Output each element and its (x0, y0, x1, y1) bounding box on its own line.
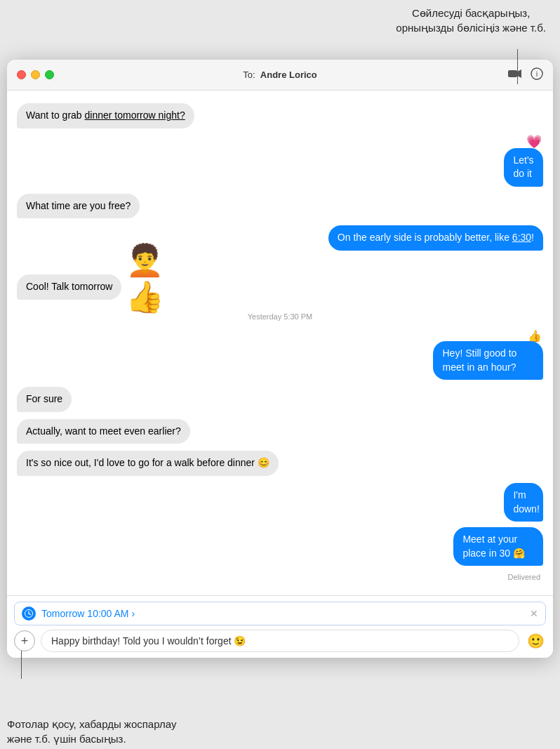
underlined-text: dinner tomorrow night? (85, 110, 185, 121)
message-row: For sure (17, 387, 543, 412)
message-bubble: It's so nice out, I'd love to go for a w… (17, 451, 279, 476)
time-link: 6:30 (512, 232, 531, 243)
contact-name: Andre Lorico (260, 69, 317, 80)
message-bubble: I'm down! (504, 483, 543, 522)
message-row: Actually, want to meet even earlier? (17, 419, 543, 444)
message-bubble: On the early side is probably better, li… (328, 225, 543, 251)
fullscreen-button[interactable] (45, 70, 54, 79)
info-icon[interactable]: i (531, 67, 543, 83)
messages-window: To: Andre Lorico i Want to grab din (7, 60, 553, 658)
emoji-icon: 🙂 (527, 632, 545, 649)
titlebar: To: Andre Lorico i (7, 60, 553, 91)
message-bubble: Meet at your place in 30 🤗 (453, 527, 543, 566)
close-button[interactable] (17, 70, 26, 79)
svg-text:i: i (536, 69, 538, 78)
heart-reaction: 💗 (526, 134, 542, 150)
emoji-button[interactable]: 🙂 (525, 630, 546, 651)
message-bubble: Cool! Talk tomorrow (17, 274, 121, 300)
message-row-memoji: Cool! Talk tomorrow 🧑‍🦱👍 (17, 258, 543, 300)
message-row: Meet at your place in 30 🤗 (406, 527, 543, 566)
memoji-sticker: 🧑‍🦱👍 (126, 258, 168, 300)
add-icon: + (21, 634, 29, 649)
traffic-lights (17, 70, 54, 79)
annotation-bottom: Фотолар қосу, хабарды жоспарлау және т.б… (7, 717, 176, 749)
message-row: On the early side is probably better, li… (17, 225, 543, 251)
sent-with-reaction: 💗 Let's do it (17, 134, 543, 188)
message-row: Want to grab dinner tomorrow night? (17, 103, 543, 128)
annotation-line-top (517, 49, 518, 84)
titlebar-actions: i (508, 67, 543, 83)
message-bubble: Let's do it (504, 148, 543, 187)
message-bubble: Want to grab dinner tomorrow night? (17, 103, 194, 128)
message-row: It's so nice out, I'd love to go for a w… (17, 451, 543, 476)
add-button[interactable]: + (14, 630, 35, 651)
minimize-button[interactable] (31, 70, 40, 79)
input-area: Tomorrow 10:00 AM › ✕ + 🙂 (7, 595, 553, 658)
message-row: Hey! Still good to meet in an hour? (374, 341, 543, 380)
recipient-label: To: Andre Lorico (243, 69, 316, 80)
message-bubble: What time are you free? (17, 194, 140, 219)
sent-stack: I'm down! Meet at your place in 30 🤗 (17, 482, 543, 567)
annotation-top: Сөйлесуді басқарыңыз, орныңызды бөлісіңі… (396, 0, 546, 41)
message-row: I'm down! (484, 483, 543, 522)
message-row: What time are you free? (17, 194, 543, 219)
message-bubble: Actually, want to meet even earlier? (17, 419, 190, 444)
scheduled-time[interactable]: Tomorrow 10:00 AM › (41, 608, 530, 619)
video-call-icon[interactable] (508, 69, 522, 81)
message-bubble: For sure (17, 387, 72, 412)
message-bubble: Hey! Still good to meet in an hour? (433, 341, 543, 380)
scheduled-banner: Tomorrow 10:00 AM › ✕ (14, 602, 546, 625)
sent-with-reaction: 👍 Hey! Still good to meet in an hour? (17, 329, 543, 381)
svg-line-6 (29, 614, 31, 615)
input-row: + 🙂 (14, 630, 546, 652)
timestamp-divider: Yesterday 5:30 PM (17, 312, 543, 321)
messages-area: Want to grab dinner tomorrow night? 💗 Le… (7, 91, 553, 595)
delivery-status: Delivered (17, 573, 543, 581)
clock-icon (22, 607, 36, 621)
scheduled-close-button[interactable]: ✕ (530, 608, 538, 619)
annotation-line-bottom (21, 651, 22, 679)
svg-rect-0 (508, 70, 517, 77)
message-row: Let's do it (484, 148, 544, 187)
message-input[interactable] (41, 630, 519, 652)
